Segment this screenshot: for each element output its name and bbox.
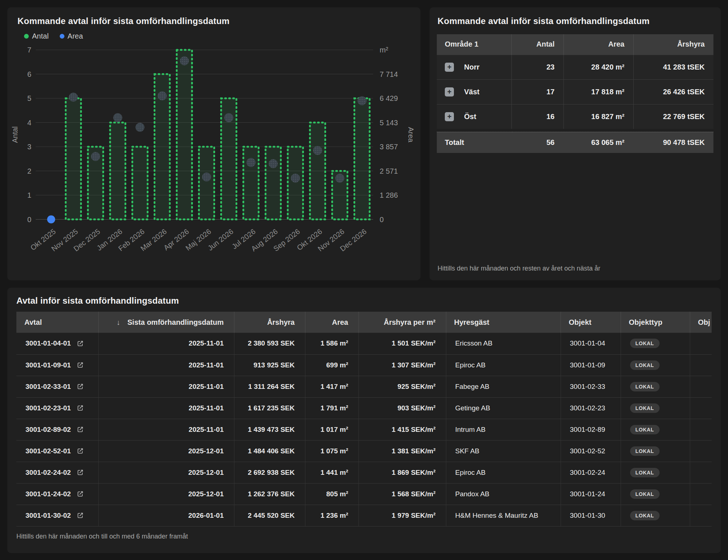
bar-Sep 2026[interactable] [288, 147, 303, 220]
contract-id[interactable]: 3001-01-09-01 [25, 361, 71, 369]
summary-col-2[interactable]: Area [563, 34, 633, 55]
objekttyp-badge: LOKAL [630, 360, 660, 370]
area-series-dot [60, 34, 64, 39]
area-point-Dec 2025[interactable] [91, 152, 100, 161]
cell-datum: 2025-11-01 [98, 419, 234, 440]
contract-row[interactable]: 3001-01-30-022026-01-012 445 520 SEK1 23… [16, 505, 712, 526]
bar-Aug 2026[interactable] [266, 147, 281, 220]
bar-Dec 2026[interactable] [355, 98, 370, 220]
area-point-Okt 2026[interactable] [313, 146, 322, 155]
contract-id[interactable]: 3001-02-33-01 [25, 383, 71, 391]
contracts-table-body: 3001-01-04-012025-11-012 380 593 SEK1 58… [16, 333, 712, 526]
area-point-Dec 2026[interactable] [358, 96, 367, 105]
legend-item-antal[interactable]: Antal [24, 32, 49, 40]
cell-avtal: 3001-02-23-01 [16, 397, 98, 419]
cell-hyresgast: Intrum AB [446, 419, 561, 440]
area-point-Nov 2025[interactable] [69, 93, 78, 102]
svg-text:2 571: 2 571 [380, 167, 398, 175]
contracts-col-1[interactable]: ↓Sista omförhandlingsdatum [98, 312, 234, 333]
contracts-col-0[interactable]: Avtal [16, 312, 98, 333]
contracts-col-6[interactable]: Objekt [561, 312, 621, 333]
edit-contract-icon[interactable] [77, 447, 84, 454]
area-point-Nov 2026[interactable] [336, 174, 344, 182]
contracts-col-7[interactable]: Objekttyp [621, 312, 690, 333]
bar-Okt 2026[interactable] [310, 123, 325, 220]
contracts-col-8[interactable]: Obj [690, 312, 712, 333]
contract-row[interactable]: 3001-01-04-012025-11-012 380 593 SEK1 58… [16, 333, 712, 354]
legend-item-area[interactable]: Area [60, 32, 83, 40]
summary-col-1[interactable]: Antal [511, 34, 563, 55]
cell-objekttyp: LOKAL [621, 376, 690, 397]
objekttyp-badge: LOKAL [630, 339, 660, 348]
summary-row[interactable]: +Öst1616 827 m²22 769 tSEK [437, 104, 713, 129]
edit-contract-icon[interactable] [77, 362, 84, 368]
expand-row-button[interactable]: + [445, 87, 454, 96]
bar-Jul 2026[interactable] [244, 147, 259, 220]
area-point-Feb 2026[interactable] [136, 123, 145, 132]
contract-id[interactable]: 3001-01-24-02 [25, 490, 71, 498]
contracts-col-4[interactable]: Årshyra per m² [359, 312, 446, 333]
contract-row[interactable]: 3001-01-24-022025-12-011 262 376 SEK805 … [16, 483, 712, 505]
contract-row[interactable]: 3001-02-23-012025-11-011 617 235 SEK1 79… [16, 397, 712, 419]
contract-id[interactable]: 3001-02-23-01 [25, 404, 71, 412]
contract-id[interactable]: 3001-02-52-01 [25, 447, 71, 455]
contract-id[interactable]: 3001-02-24-02 [25, 469, 71, 477]
bar-Apr 2026[interactable] [177, 50, 192, 220]
cell-datum: 2025-12-01 [98, 440, 234, 462]
expand-row-button[interactable]: + [445, 112, 454, 121]
summary-row[interactable]: +Väst1717 818 m²26 426 tSEK [437, 79, 713, 104]
cell-hyresgast: SKF AB [446, 440, 561, 462]
bar-Maj 2026[interactable] [199, 147, 214, 220]
area-point-Sep 2026[interactable] [291, 174, 300, 182]
cell-per-m2: 1 501 SEK/m² [359, 333, 446, 354]
contract-row[interactable]: 3001-01-09-012025-11-01913 925 SEK699 m²… [16, 354, 712, 376]
contract-id[interactable]: 3001-01-30-02 [25, 512, 71, 520]
cell-arshyra: 2 445 520 SEK [234, 505, 305, 526]
edit-contract-icon[interactable] [77, 383, 84, 390]
cell-per-m2: 1 415 SEK/m² [359, 419, 446, 440]
cell-arshyra: 1 311 264 SEK [234, 376, 305, 397]
summary-row[interactable]: +Norr2328 420 m²41 283 tSEK [437, 55, 713, 79]
contract-id[interactable]: 3001-02-89-02 [25, 426, 71, 434]
summary-col-0[interactable]: Område 1 [437, 34, 511, 55]
summary-col-3[interactable]: Årshyra [633, 34, 713, 55]
svg-text:m²: m² [380, 46, 388, 54]
area-point-Mar 2026[interactable] [158, 91, 167, 100]
contract-row[interactable]: 3001-02-24-022025-12-012 692 938 SEK1 44… [16, 462, 712, 483]
cell-omrade: Totalt [437, 132, 511, 153]
contracts-col-3[interactable]: Area [305, 312, 359, 333]
edit-contract-icon[interactable] [77, 405, 84, 411]
cell-objekttyp: LOKAL [621, 462, 690, 483]
contract-row[interactable]: 3001-02-89-022025-11-011 439 473 SEK1 01… [16, 419, 712, 440]
bar-Jan 2026[interactable] [110, 123, 126, 220]
contracts-col-2[interactable]: Årshyra [234, 312, 305, 333]
contracts-col-5[interactable]: Hyresgäst [446, 312, 561, 333]
sort-desc-icon[interactable]: ↓ [116, 318, 120, 327]
cell-objekttyp: LOKAL [621, 354, 690, 376]
edit-contract-icon[interactable] [77, 426, 84, 433]
contract-row[interactable]: 3001-02-33-012025-11-011 311 264 SEK1 41… [16, 376, 712, 397]
summary-total-row[interactable]: Totalt5663 065 m²90 478 tSEK [437, 132, 713, 153]
cell-obj-clipped [690, 505, 712, 526]
expand-row-button[interactable]: + [445, 63, 454, 72]
cell-per-m2: 1 307 SEK/m² [359, 354, 446, 376]
edit-contract-icon[interactable] [77, 512, 84, 519]
edit-contract-icon[interactable] [77, 469, 84, 476]
cell-area: 699 m² [305, 354, 359, 376]
edit-contract-icon[interactable] [77, 340, 84, 347]
bar-Feb 2026[interactable] [132, 147, 148, 220]
area-point-Jan 2026[interactable] [114, 113, 122, 122]
cell-objekt: 3001-02-33 [561, 376, 621, 397]
svg-text:1 286: 1 286 [380, 191, 398, 199]
edit-contract-icon[interactable] [77, 490, 84, 497]
cell-area: 17 818 m² [563, 79, 633, 104]
contract-id[interactable]: 3001-01-04-01 [25, 339, 71, 347]
area-point-Maj 2026[interactable] [202, 173, 211, 181]
bar-Nov 2025[interactable] [66, 98, 81, 220]
area-point-Apr 2026[interactable] [180, 56, 189, 65]
area-point-Jun 2026[interactable] [225, 113, 233, 122]
contract-row[interactable]: 3001-02-52-012025-12-011 484 406 SEK1 07… [16, 440, 712, 462]
area-point-Okt 2025[interactable] [47, 216, 55, 224]
area-point-Jul 2026[interactable] [247, 158, 256, 167]
area-point-Aug 2026[interactable] [269, 159, 278, 168]
